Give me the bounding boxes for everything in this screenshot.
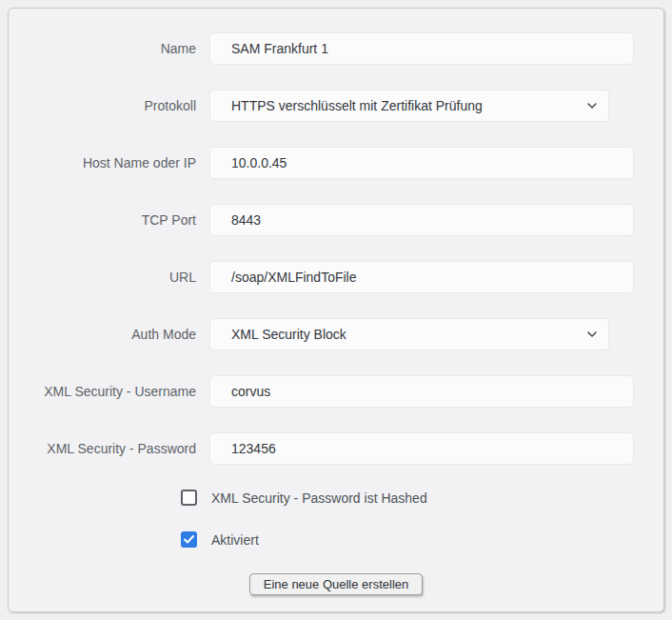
aktiviert-checkbox-label: Aktiviert — [211, 532, 259, 548]
field-row-host: Host Name oder IP — [9, 147, 663, 179]
xml-username-label: XML Security - Username — [9, 384, 209, 399]
auth-mode-label: Auth Mode — [9, 327, 209, 342]
password-hashed-checkbox-label: XML Security - Password ist Hashed — [211, 490, 427, 506]
host-label: Host Name oder IP — [9, 155, 209, 170]
aktiviert-checkbox[interactable] — [181, 531, 197, 548]
name-input[interactable] — [209, 32, 634, 65]
field-row-protokoll: Protokoll HTTPS verschlüsselt mit Zertif… — [9, 90, 663, 122]
protokoll-select[interactable]: HTTPS verschlüsselt mit Zertifikat Prüfu… — [209, 90, 609, 122]
tcp-port-input[interactable] — [209, 204, 634, 236]
create-source-button[interactable]: Eine neue Quelle erstellen — [249, 573, 424, 595]
checkbox-row-password-hashed: XML Security - Password ist Hashed — [181, 490, 663, 506]
url-input[interactable] — [209, 261, 634, 293]
source-form-panel: Name Protokoll HTTPS verschlüsselt mit Z… — [8, 8, 664, 612]
xml-password-input[interactable] — [209, 432, 634, 465]
xml-password-label: XML Security - Password — [9, 441, 209, 456]
password-hashed-checkbox[interactable] — [181, 490, 197, 506]
field-row-tcp-port: TCP Port — [9, 204, 663, 236]
url-label: URL — [9, 270, 209, 285]
tcp-port-label: TCP Port — [9, 212, 209, 228]
xml-username-input[interactable] — [209, 375, 634, 408]
name-label: Name — [9, 41, 209, 56]
field-row-xml-password: XML Security - Password — [9, 432, 663, 465]
field-row-url: URL — [9, 261, 663, 293]
protokoll-label: Protokoll — [9, 98, 209, 113]
host-input[interactable] — [209, 147, 634, 179]
field-row-xml-username: XML Security - Username — [9, 375, 663, 408]
checkmark-icon — [184, 535, 194, 544]
auth-mode-select[interactable]: XML Security Block — [209, 318, 609, 350]
field-row-name: Name — [9, 32, 663, 65]
field-row-auth-mode: Auth Mode XML Security Block — [9, 318, 663, 350]
checkbox-row-aktiviert: Aktiviert — [181, 531, 663, 548]
